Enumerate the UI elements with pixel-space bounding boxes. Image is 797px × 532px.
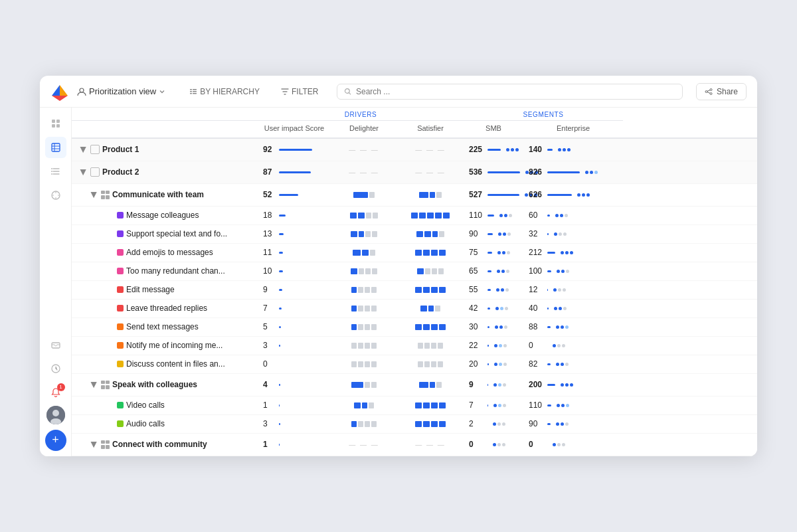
ent-value: 82 (529, 359, 545, 369)
sidebar-item-table[interactable] (45, 137, 66, 158)
grid-icon (101, 381, 110, 389)
ent-cell: 0 (523, 338, 623, 353)
spacer (106, 360, 114, 368)
satisfier-cell (397, 418, 464, 430)
sidebar-item-list[interactable] (45, 161, 66, 182)
header-section-row: DRIVERS SEGMENTS (72, 108, 757, 121)
table-row: Audio calls 3 2 90 (72, 415, 757, 434)
delighter-cell (331, 321, 397, 333)
smb-cell: 20 (464, 357, 523, 371)
ent-value: 110 (529, 400, 545, 410)
sidebar-item-clock[interactable] (45, 358, 66, 379)
search-bar[interactable] (337, 84, 683, 100)
row-name: Message colleagues (126, 211, 199, 220)
chevron-open-icon[interactable]: ▶ (90, 381, 98, 389)
smb-cell: 0 (464, 437, 523, 452)
feature-dot (117, 212, 124, 219)
smb-cell: 536 (464, 165, 523, 179)
spacer (106, 286, 114, 294)
satisfier-cell (397, 379, 464, 391)
delighter-cell: — — — (331, 143, 397, 156)
search-icon (344, 88, 352, 96)
satisfier-cell (397, 359, 464, 370)
chevron-down-icon (159, 88, 165, 95)
top-bar-actions: BY HIERARCHY FILTER (184, 84, 323, 99)
delighter-cell (331, 228, 397, 240)
smb-bar (487, 345, 489, 347)
ent-cell: 200 (523, 377, 623, 392)
score-bar (279, 404, 280, 406)
svg-point-12 (705, 90, 707, 92)
feature-dot (117, 420, 124, 427)
ent-cell: 88 (523, 319, 623, 334)
score-bar (279, 289, 282, 291)
row-name: Add emojis to messages (126, 248, 213, 257)
score-cell: 5 (258, 319, 331, 334)
share-btn[interactable]: Share (696, 83, 747, 100)
score-value: 5 (263, 322, 275, 331)
row-name-cell: Edit message (72, 282, 258, 297)
feature-dot (117, 305, 124, 311)
smb-value: 30 (469, 322, 485, 331)
smb-value: 536 (469, 167, 485, 177)
delighter-cell (331, 379, 397, 391)
table: DRIVERS SEGMENTS User impact Score Delig… (72, 108, 757, 456)
ent-cell: 212 (523, 245, 623, 260)
score-value: 1 (263, 440, 275, 449)
folder-icon (90, 167, 100, 177)
col-delighter: Delighter (331, 121, 397, 137)
feature-dot (117, 268, 124, 274)
sidebar-item-compass[interactable] (45, 185, 66, 206)
drivers-section-header: DRIVERS (258, 108, 464, 121)
delighter-cell (331, 266, 397, 277)
score-value: 4 (263, 380, 275, 389)
satisfier-cell (397, 340, 464, 351)
smb-bar (487, 289, 491, 291)
row-name-cell: Send text messages (72, 319, 258, 334)
ent-cell: 32 (523, 226, 623, 241)
table-row: Video calls 1 7 110 (72, 397, 757, 415)
smb-value: 0 (469, 440, 485, 449)
ent-value: 90 (529, 419, 545, 428)
smb-value: 110 (469, 211, 485, 220)
chevron-icon[interactable]: ▶ (80, 145, 88, 153)
row-name-cell: Support special text and fo... (72, 226, 258, 241)
chevron-icon[interactable]: ▶ (90, 440, 98, 448)
svg-rect-9 (193, 93, 197, 94)
score-bar (279, 215, 286, 217)
svg-point-21 (51, 173, 52, 175)
ent-bar (547, 363, 551, 365)
score-cell: 11 (258, 245, 331, 260)
table-row: ▶ Product 2 87 — — — — — — 536 826 (72, 161, 757, 184)
sidebar-item-home[interactable] (45, 113, 66, 134)
score-cell: 10 (258, 264, 331, 278)
chevron-open-icon[interactable]: ▶ (90, 191, 98, 199)
hierarchy-icon (189, 88, 197, 96)
chevron-open-icon[interactable]: ▶ (80, 168, 88, 176)
hierarchy-btn[interactable]: BY HIERARCHY (184, 84, 265, 99)
filter-icon (281, 88, 289, 96)
table-row: Notify me of incoming me... 3 22 0 (72, 337, 757, 355)
spacer (106, 248, 114, 256)
smb-bar (487, 149, 501, 151)
share-icon (705, 88, 713, 96)
svg-rect-23 (52, 343, 60, 348)
score-value: 10 (263, 266, 275, 276)
row-name: Speak with colleagues (112, 380, 197, 389)
ent-bar (547, 270, 551, 272)
add-fab[interactable]: + (45, 430, 66, 451)
svg-point-13 (710, 92, 712, 94)
search-input[interactable] (356, 87, 675, 96)
view-title[interactable]: Prioritization view (77, 86, 165, 96)
sidebar-item-inbox[interactable] (45, 334, 66, 355)
ent-cell: 82 (523, 357, 623, 371)
score-bar (279, 270, 283, 272)
filter-btn[interactable]: FILTER (276, 84, 323, 99)
ent-value: 826 (529, 167, 545, 177)
feature-dot (117, 249, 124, 256)
sidebar-item-notification[interactable]: 1 (45, 382, 66, 403)
delighter-cell (331, 284, 397, 296)
user-avatar[interactable] (46, 406, 65, 424)
ent-value: 140 (529, 145, 545, 154)
smb-bar (487, 326, 489, 328)
